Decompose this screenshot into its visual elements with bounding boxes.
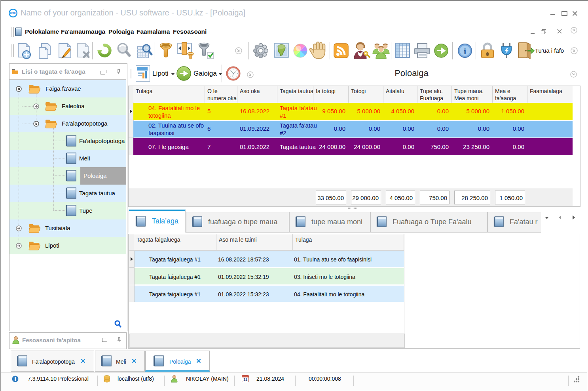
svg-text:i: i [464, 46, 466, 56]
svg-text:31: 31 [243, 378, 247, 381]
svg-text:USU: USU [10, 11, 16, 15]
